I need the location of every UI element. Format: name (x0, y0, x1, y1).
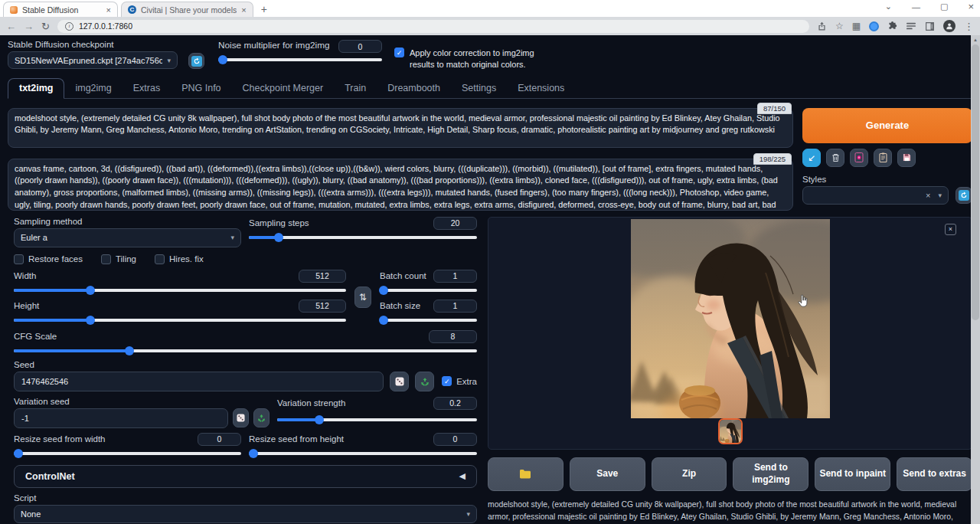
save-style-button[interactable] (897, 149, 916, 167)
batch-count-label: Batch count (380, 271, 426, 280)
zip-button[interactable]: Zip (652, 457, 727, 491)
window-maximize-button[interactable]: ▢ (940, 2, 948, 11)
variation-random-seed-button[interactable] (233, 408, 249, 427)
side-panel-icon[interactable] (925, 21, 935, 31)
resize-seed-height-slider[interactable] (249, 448, 477, 458)
window-close-button[interactable]: × (968, 1, 974, 12)
batch-count-slider[interactable] (380, 285, 477, 295)
apply-style-button[interactable] (874, 149, 892, 167)
browser-tab-stable-diffusion[interactable]: Stable Diffusion × (3, 2, 118, 17)
height-slider[interactable] (14, 315, 346, 325)
browser-tab-civitai[interactable]: C Civitai | Share your models × (121, 2, 253, 17)
reading-list-icon[interactable] (906, 21, 916, 31)
hand-cursor-icon (797, 294, 810, 309)
variation-strength-label: Variation strength (277, 398, 345, 408)
batch-size-value[interactable]: 1 (433, 300, 477, 313)
chrome-chevron-icon[interactable]: ⌄ (885, 2, 892, 11)
resize-seed-width-value[interactable]: 0 (198, 433, 241, 446)
noise-multiplier-value[interactable]: 0 (338, 40, 382, 53)
noise-multiplier-slider[interactable] (218, 54, 382, 64)
negative-prompt-textarea[interactable]: canvas frame, cartoon, 3d, ((disfigured)… (8, 159, 793, 211)
restore-faces-checkbox[interactable]: Restore faces (14, 254, 83, 264)
height-value[interactable]: 512 (299, 300, 346, 313)
styles-label: Styles (802, 175, 972, 184)
sampling-steps-value[interactable]: 20 (433, 217, 477, 230)
profile-avatar[interactable] (943, 20, 956, 32)
address-bar[interactable]: i 127.0.0.1:7860 (57, 20, 809, 33)
prompt-textarea[interactable]: modelshoot style, (extremely detailed CG… (8, 108, 793, 148)
batch-count-value[interactable]: 1 (433, 270, 477, 283)
variation-strength-slider[interactable] (277, 414, 477, 424)
cfg-scale-value[interactable]: 8 (429, 330, 477, 343)
recycle-icon (257, 414, 266, 422)
tab-train[interactable]: Train (334, 79, 377, 98)
back-icon[interactable]: ← (6, 21, 16, 32)
new-tab-button[interactable]: + (261, 3, 267, 17)
checkpoint-refresh-button[interactable] (188, 53, 204, 69)
tab-extensions[interactable]: Extensions (507, 79, 575, 98)
extra-seed-checkbox[interactable]: ✓Extra (442, 376, 477, 386)
reuse-seed-button[interactable] (415, 372, 434, 391)
seed-input[interactable]: 1476462546 (14, 372, 384, 391)
trash-icon (831, 153, 840, 162)
save-button[interactable]: Save (570, 457, 645, 491)
scrollbar-up-icon[interactable]: ▲ (971, 35, 980, 44)
close-gallery-button[interactable]: × (945, 224, 956, 235)
cfg-scale-slider[interactable] (14, 346, 477, 355)
reload-icon[interactable]: ↻ (41, 21, 50, 32)
width-value[interactable]: 512 (299, 270, 346, 283)
tab-checkpoint-merger[interactable]: Checkpoint Merger (232, 79, 335, 98)
resize-seed-width-slider[interactable] (14, 448, 241, 458)
paste-generation-params-button[interactable]: ↙ (802, 149, 821, 167)
generate-button[interactable]: Generate (802, 108, 972, 143)
scrollbar-thumb[interactable] (972, 44, 979, 320)
variation-strength-value[interactable]: 0.2 (433, 397, 477, 410)
sampling-steps-slider[interactable] (249, 232, 477, 242)
controlnet-accordion[interactable]: ControlNet ◀ (14, 465, 477, 488)
kebab-menu-icon[interactable]: ⋮ (964, 21, 974, 32)
variation-seed-input[interactable]: -1 (14, 408, 228, 428)
variation-reuse-seed-button[interactable] (253, 408, 270, 427)
sampling-method-dropdown[interactable]: Euler a ▾ (14, 228, 241, 247)
checkpoint-dropdown[interactable]: SD15NewVAEpruned.ckpt [27a4ac756c] ▾ (8, 51, 178, 69)
tab-settings[interactable]: Settings (451, 79, 507, 98)
tab-dreambooth[interactable]: Dreambooth (377, 79, 451, 98)
swap-dimensions-button[interactable]: ⇅ (354, 287, 371, 308)
clear-prompt-button[interactable] (826, 149, 844, 167)
tab-img2img[interactable]: img2img (64, 79, 122, 98)
page-scrollbar[interactable]: ▲ (971, 35, 980, 524)
tiling-checkbox[interactable]: Tiling (101, 254, 136, 264)
forward-icon[interactable]: → (24, 21, 34, 32)
browser-tabstrip: Stable Diffusion × C Civitai | Share you… (0, 0, 980, 17)
extra-networks-button[interactable] (850, 149, 868, 167)
styles-refresh-button[interactable] (956, 187, 972, 204)
site-info-icon[interactable]: i (65, 22, 74, 31)
tab-close-icon[interactable]: × (241, 5, 246, 15)
bookmark-star-icon[interactable]: ☆ (835, 21, 844, 31)
batch-size-slider[interactable] (380, 315, 477, 325)
seed-label: Seed (14, 360, 477, 369)
styles-dropdown[interactable]: × ▾ (802, 186, 949, 205)
open-folder-button[interactable] (488, 457, 564, 491)
send-to-extras-button[interactable]: Send to extras (897, 457, 972, 491)
clear-styles-icon[interactable]: × (926, 191, 930, 200)
tab-extras[interactable]: Extras (122, 79, 171, 98)
grid-extension-icon[interactable]: ▦ (852, 21, 861, 31)
tab-close-icon[interactable]: × (106, 5, 111, 15)
color-correction-checkbox[interactable]: ✓ (394, 47, 404, 57)
generated-image[interactable] (631, 219, 830, 418)
tab-txt2img[interactable]: txt2img (8, 78, 64, 99)
window-minimize-button[interactable]: — (912, 2, 920, 11)
script-dropdown[interactable]: None ▾ (14, 505, 477, 523)
extensions-puzzle-icon[interactable] (887, 21, 897, 31)
share-icon[interactable] (817, 21, 827, 31)
hires-fix-checkbox[interactable]: Hires. fix (155, 254, 204, 264)
resize-seed-height-value[interactable]: 0 (433, 433, 477, 446)
blue-extension-icon[interactable] (869, 21, 879, 31)
width-slider[interactable] (14, 285, 346, 295)
random-seed-button[interactable] (390, 372, 409, 391)
gallery-thumbnail[interactable] (718, 418, 743, 444)
send-to-inpaint-button[interactable]: Send to inpaint (815, 457, 890, 491)
send-to-img2img-button[interactable]: Send to img2img (733, 457, 808, 491)
tab-png-info[interactable]: PNG Info (171, 79, 231, 98)
